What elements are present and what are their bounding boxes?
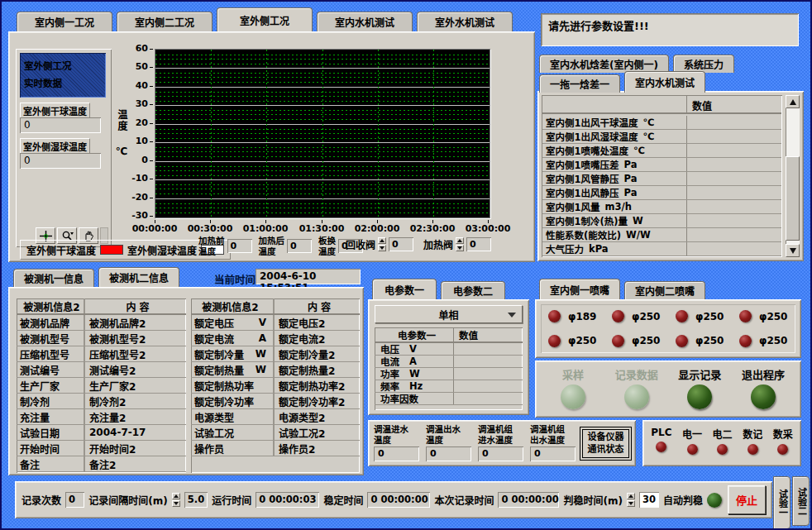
unit-info-tab[interactable]: 被测机一信息 bbox=[13, 269, 94, 287]
auto-judge-label: 自动判稳 bbox=[663, 493, 703, 507]
condition-tab[interactable]: 室内水机测试 bbox=[317, 12, 413, 31]
row-content[interactable]: 备注2 bbox=[85, 457, 186, 471]
row-content[interactable]: 开始时间2 bbox=[85, 442, 186, 456]
action-button-label: 采样 bbox=[562, 366, 584, 382]
comm-status-label: PLC bbox=[651, 427, 671, 438]
phase-dropdown[interactable]: 单相 bbox=[375, 305, 523, 323]
right-tab[interactable]: 一拖一焓差一 bbox=[539, 74, 620, 93]
row-content[interactable]: 额定电压2 bbox=[275, 316, 360, 330]
row-content[interactable]: 操作员2 bbox=[275, 442, 360, 456]
y-tick-mark bbox=[150, 104, 153, 105]
x-tick-mark bbox=[210, 220, 211, 223]
y-tick-label: 60 bbox=[127, 43, 148, 55]
action-button-group: 退出程序 bbox=[733, 366, 793, 413]
comm-status-led bbox=[687, 444, 698, 455]
experiment-tab[interactable]: 试验一 bbox=[773, 476, 791, 529]
scroll-down-button[interactable] bbox=[786, 244, 800, 257]
nozzle-tab[interactable]: 室内侧一喷嘴 bbox=[539, 279, 620, 299]
table-row: 试验日期 2004-7-17 bbox=[17, 425, 186, 441]
judge-spin-down-button[interactable] bbox=[627, 500, 635, 507]
nozzle-tab-strip: 室内侧一喷嘴室内侧二喷嘴 bbox=[539, 280, 705, 299]
condition-tab[interactable]: 室内侧一工况 bbox=[17, 12, 112, 31]
table-row: 额定制热量 W 额定制热量2 bbox=[191, 362, 360, 378]
param-name: 室内侧1出风干球温度 bbox=[546, 116, 638, 129]
action-button[interactable] bbox=[687, 384, 712, 409]
interval-spin-up-button[interactable] bbox=[172, 493, 180, 499]
row-content[interactable]: 试验工况2 bbox=[275, 426, 360, 440]
scroll-up-button[interactable] bbox=[786, 95, 800, 108]
row-key: 频率 bbox=[380, 380, 399, 393]
right-tab[interactable]: 系统压力 bbox=[673, 55, 734, 73]
nozzle-indicator: φ189 bbox=[541, 310, 604, 322]
judge-spin-up-button[interactable] bbox=[627, 493, 635, 499]
row-content[interactable]: 生产厂家2 bbox=[85, 379, 186, 393]
row-unit: A bbox=[409, 356, 417, 367]
param-scrollbar[interactable] bbox=[786, 95, 800, 257]
grid-minor-vline bbox=[211, 50, 212, 217]
row-content[interactable]: 2004-7-17 bbox=[85, 427, 186, 438]
valve-field-value[interactable]: 0 bbox=[466, 237, 491, 251]
right-tab[interactable]: 室内水机焓差(室内侧一) bbox=[539, 55, 669, 73]
y-tick-label: 10 bbox=[127, 136, 148, 147]
param-name-header bbox=[542, 96, 687, 112]
stop-button[interactable]: 停止 bbox=[728, 485, 766, 514]
action-button[interactable] bbox=[624, 384, 649, 409]
row-content[interactable]: 被测机品牌2 bbox=[85, 316, 186, 330]
comm-status-label: 数采 bbox=[773, 427, 793, 441]
spin-up-button[interactable] bbox=[378, 237, 386, 244]
nozzle-diameter-label: φ250 bbox=[632, 335, 660, 346]
nozzle-diameter-label: φ189 bbox=[568, 311, 596, 322]
judge-time-value[interactable]: 30 bbox=[639, 492, 659, 508]
table-row: 功率因数 bbox=[375, 393, 523, 405]
nozzle-tab[interactable]: 室内侧二喷嘴 bbox=[624, 281, 705, 299]
comm-status-item: PLC bbox=[651, 427, 671, 461]
row-unit: A bbox=[259, 332, 266, 344]
y-tick-mark bbox=[150, 123, 153, 124]
electrical-tab-strip: 电参数一电参数二 bbox=[372, 280, 505, 299]
row-content[interactable]: 被测机型号2 bbox=[85, 332, 186, 346]
table-row: 额定制冷量 W 额定制冷量2 bbox=[191, 346, 360, 362]
action-button[interactable] bbox=[561, 384, 585, 409]
condition-tab[interactable]: 室外水机测试 bbox=[417, 12, 513, 31]
action-button[interactable] bbox=[751, 384, 776, 409]
action-button-group: 采样 bbox=[543, 366, 603, 413]
interval-spin-down-button[interactable] bbox=[172, 500, 180, 507]
param-name: 室内侧1风量 bbox=[546, 200, 600, 213]
right-tab[interactable]: 室内水机测试 bbox=[624, 71, 705, 93]
heater-temperature-fields: 加热前 温度 0 加热后 温度 0 板换 温度 0 bbox=[198, 236, 363, 256]
row-content[interactable]: 额定制热量2 bbox=[275, 363, 360, 377]
record-interval-value[interactable]: 5.0 bbox=[184, 492, 208, 508]
experiment-tab[interactable]: 试验二 bbox=[792, 476, 810, 526]
nozzle-led bbox=[676, 335, 688, 347]
condition-tab[interactable]: 室外侧工况 bbox=[217, 7, 313, 31]
spin-up-button[interactable] bbox=[456, 237, 464, 244]
row-content[interactable]: 额定电流2 bbox=[275, 332, 360, 346]
row-content[interactable]: 额定制热功率2 bbox=[275, 379, 360, 393]
row-content[interactable]: 额定制冷功率2 bbox=[275, 394, 360, 408]
table1-key-header: 被测机信息2 bbox=[17, 298, 85, 313]
row-content[interactable]: 充注量2 bbox=[85, 410, 186, 424]
spin-down-button[interactable] bbox=[456, 245, 464, 251]
electrical-tab[interactable]: 电参数一 bbox=[372, 279, 437, 299]
right-tab-strip-row2: 一拖一焓差一室内水机测试 bbox=[539, 73, 705, 93]
electrical-tab[interactable]: 电参数二 bbox=[441, 281, 505, 299]
row-content[interactable]: 电源类型2 bbox=[275, 410, 360, 424]
row-content[interactable]: 测试编号2 bbox=[85, 363, 186, 377]
condition-tab[interactable]: 室内侧二工况 bbox=[117, 12, 213, 31]
runtime-label: 运行时间 bbox=[212, 493, 251, 507]
comm-status-led bbox=[777, 444, 788, 455]
row-content[interactable]: 压缩机型号2 bbox=[85, 347, 186, 361]
x-tick-mark bbox=[265, 220, 266, 223]
valve-field-value[interactable]: 0 bbox=[389, 237, 413, 251]
row-content[interactable]: 额定制冷量2 bbox=[275, 347, 360, 361]
message-box: 请先进行参数设置!!! bbox=[541, 13, 799, 46]
legend-dry-bulb-swatch[interactable] bbox=[100, 245, 123, 255]
nozzle-diameter-label: φ250 bbox=[632, 311, 660, 322]
row-key: 充注量 bbox=[17, 409, 85, 424]
x-tick-label: 00:00:00 bbox=[127, 223, 183, 234]
unit-info-tab[interactable]: 被测机二信息 bbox=[98, 267, 179, 287]
table-row: 电源类型 电源类型2 bbox=[191, 409, 360, 425]
row-content[interactable]: 制冷剂2 bbox=[85, 394, 186, 408]
spin-down-button[interactable] bbox=[378, 245, 386, 251]
scrollbar-thumb[interactable] bbox=[786, 156, 800, 241]
